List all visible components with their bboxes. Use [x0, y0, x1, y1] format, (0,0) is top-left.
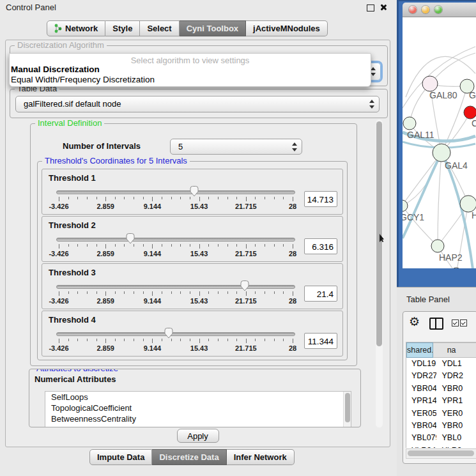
top-tab-bar: Network Style Select Cyni Toolbox jActiv… [47, 20, 328, 36]
table-row[interactable]: YDR27...YDR2 [406, 370, 476, 382]
minimize-light-icon[interactable] [422, 6, 429, 13]
tab-network[interactable]: Network [47, 20, 105, 36]
threshold-slider[interactable]: -3.4262.8599.14415.4321.71528 [56, 185, 295, 213]
table-row[interactable]: YER054CYER0 [406, 408, 476, 420]
checkbox-icon[interactable] [460, 319, 467, 326]
content-scroll-thumb[interactable] [376, 121, 382, 346]
threshold-slider[interactable]: -3.4262.8599.14415.4321.71528 [56, 232, 295, 260]
zoom-light-icon[interactable] [434, 6, 442, 13]
column-header-shared-name[interactable]: shared... [406, 342, 433, 358]
major-tick [246, 244, 247, 249]
major-tick [293, 291, 293, 296]
GCY1-node[interactable] [403, 200, 408, 211]
major-tick [59, 339, 59, 343]
threshold-value-field[interactable]: 14.713 [304, 191, 337, 207]
minor-tick [87, 197, 88, 199]
tab-select[interactable]: Select [140, 20, 179, 36]
table-panel: Table Panel ⚙ shared... na YDL19...YDL1Y… [397, 287, 476, 476]
slider-track[interactable] [56, 285, 295, 289]
threshold-value-field[interactable]: 6.316 [304, 238, 337, 254]
attribute-list-item[interactable]: TopologicalCoefficient [45, 403, 351, 413]
slider-track[interactable] [56, 332, 295, 336]
algorithm-option-equal-width[interactable]: Equal Width/Frequency Discretization [11, 75, 155, 84]
minor-tick [227, 244, 228, 247]
minor-tick [227, 339, 228, 341]
tab-jactivemnodules[interactable]: jActiveMNodules [246, 20, 328, 36]
threshold-slider[interactable]: -3.4262.8599.14415.4321.71528 [56, 279, 295, 307]
attributes-scroll-thumb[interactable] [345, 393, 350, 422]
attribute-list-item[interactable]: SelfLoops [45, 392, 351, 403]
slider-ticks [59, 197, 293, 202]
threshold-value-field[interactable]: 21.4 [304, 286, 337, 302]
tab-style[interactable]: Style [105, 20, 140, 36]
network-canvas[interactable]: GAL80GACGAL11GAL4GCY1HHAP2 [403, 17, 476, 268]
HAP2-node[interactable] [431, 240, 444, 252]
minor-tick [208, 291, 209, 294]
apply-button[interactable]: Apply [177, 429, 219, 443]
slider-track[interactable] [56, 238, 295, 242]
network-edge[interactable] [403, 153, 441, 238]
close-light-icon[interactable] [409, 6, 417, 13]
threshold-slider[interactable]: -3.4262.8599.14415.4321.71528 [56, 326, 295, 355]
major-tick [105, 244, 106, 249]
close-panel-icon[interactable] [380, 4, 387, 11]
table-hscroll-thumb[interactable] [408, 450, 474, 456]
GAL4-node[interactable] [433, 144, 450, 162]
checkbox-icon[interactable] [452, 319, 459, 326]
network-edge[interactable] [438, 153, 441, 246]
table-row[interactable]: YBR045CYBR0 [406, 420, 476, 432]
major-tick [199, 291, 200, 296]
slider-thumb[interactable] [240, 280, 250, 291]
slider-track[interactable] [56, 190, 295, 194]
threshold-label: Threshold 4 [49, 315, 96, 325]
gear-icon[interactable]: ⚙ [409, 314, 420, 328]
table-row[interactable]: YPR145WYPR1 [406, 395, 476, 407]
network-graph[interactable]: GAL80GACGAL11GAL4GCY1HHAP2 [403, 17, 476, 268]
column-header-name[interactable]: na [433, 342, 476, 358]
tick-label: 21.715 [235, 344, 257, 352]
minor-tick [143, 339, 144, 341]
attribute-items: SelfLoopsTopologicalCoefficientBetweenne… [45, 392, 351, 424]
slider-thumb[interactable] [164, 328, 173, 339]
attributes-scrollbar[interactable] [343, 392, 351, 427]
table-data-combobox[interactable]: galFiltered.sif default node [15, 96, 380, 112]
GAL11-node[interactable] [403, 117, 416, 130]
num-intervals-combobox[interactable]: 5 [170, 139, 302, 155]
threshold-value-field[interactable]: 11.344 [304, 333, 337, 349]
tab-infer-network[interactable]: Infer Network [227, 449, 295, 465]
node-label: GAL4 [445, 160, 468, 171]
tab-cyni-toolbox[interactable]: Cyni Toolbox [180, 20, 246, 36]
tab-discretize-data[interactable]: Discretize Data [152, 449, 226, 465]
cell-shared-name: YBR043C [406, 383, 436, 395]
minor-tick [236, 197, 237, 199]
node-attribute-table[interactable]: shared... na YDL19...YDL1YDR27...YDR2YBR… [406, 342, 476, 448]
red-node[interactable] [464, 106, 476, 119]
network-view-window[interactable]: GAL80GACGAL11GAL4GCY1HHAP2 [397, 0, 476, 287]
minor-tick [77, 244, 78, 247]
tab-impute-data[interactable]: Impute Data [89, 449, 152, 465]
content-scrollbar[interactable] [376, 119, 383, 427]
table-row[interactable]: YBL079WYBL0 [406, 432, 476, 444]
minor-tick [180, 197, 181, 199]
minor-tick [180, 291, 181, 294]
columns-icon[interactable] [429, 318, 443, 330]
network-window-titlebar[interactable] [403, 3, 476, 17]
table-row[interactable]: YDL19...YDL1 [406, 358, 476, 370]
table-row[interactable]: YLR345WYLR3 [406, 445, 476, 448]
major-tick [199, 339, 200, 343]
numerical-attributes-list[interactable]: SelfLoopsTopologicalCoefficientBetweenne… [45, 391, 351, 427]
GAL80-node[interactable] [422, 76, 438, 91]
cell-shared-name: YBL079W [406, 432, 436, 444]
minor-tick [190, 291, 190, 294]
tick-label: 9.144 [144, 250, 162, 257]
table-hscrollbar[interactable] [406, 449, 476, 459]
minor-tick [171, 244, 172, 247]
minor-tick [236, 339, 237, 341]
tick-label: 2.859 [96, 203, 114, 210]
float-panel-icon[interactable] [367, 4, 374, 12]
attribute-list-item[interactable]: BetweennessCentrality [45, 413, 351, 424]
algorithm-option-manual[interactable]: Manual Discretization [11, 65, 100, 74]
table-row[interactable]: YBR043CYBR0 [406, 383, 476, 395]
slider-thumb[interactable] [189, 186, 199, 197]
slider-thumb[interactable] [125, 233, 135, 244]
